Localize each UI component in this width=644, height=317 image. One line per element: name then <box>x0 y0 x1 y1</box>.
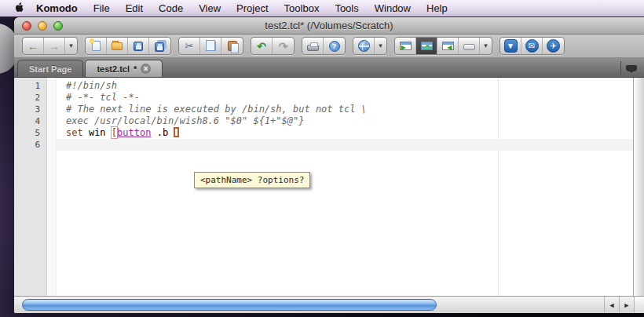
nav-group: ← → ▾ <box>22 37 78 55</box>
line-number: 6 <box>14 139 46 151</box>
tab-start-page[interactable]: Start Page <box>17 60 83 77</box>
bottom-pane-icon: ▼ <box>421 42 433 50</box>
line-number: 5 <box>14 127 46 139</box>
redo-button[interactable]: ↷ <box>273 38 294 54</box>
toggle-bottom-pane-button[interactable]: ▼ <box>416 38 437 54</box>
menu-item-komodo[interactable]: Komodo <box>28 0 86 17</box>
code-line-3: # The next line is executed by /bin/sh, … <box>57 104 633 115</box>
code-line-1: #!/bin/sh <box>57 80 633 92</box>
vertical-scrollbar[interactable] <box>633 78 644 296</box>
title-bar[interactable]: test2.tcl* (/Volumes/Scratch) <box>14 17 644 35</box>
keyword-set: set <box>66 127 83 138</box>
caret-line-highlight <box>57 139 633 151</box>
tab-label: test2.tcl <box>97 64 130 74</box>
menu-item-window[interactable]: Window <box>367 0 419 17</box>
horizontal-scrollbar-thumb[interactable] <box>22 299 437 311</box>
line-number-gutter: 1 2 3 4 5 6 <box>14 78 47 296</box>
copy-button[interactable] <box>200 38 221 54</box>
ui-mode-dropdown-button[interactable]: ▾ <box>480 38 492 54</box>
tab-test2-tcl[interactable]: test2.tcl * × <box>85 60 163 77</box>
tab-close-button[interactable]: × <box>141 64 151 74</box>
flag-glyph: ▼ <box>507 42 514 50</box>
menu-item-code[interactable]: Code <box>151 0 191 17</box>
scissors-icon: ✂ <box>185 41 194 51</box>
back-icon: ← <box>27 41 38 52</box>
mail-tool-icon: ✉ <box>525 39 539 53</box>
globe-icon <box>358 40 370 52</box>
new-file-icon <box>92 41 101 51</box>
editor-area[interactable]: 1 2 3 4 5 6 #!/bin/sh # -*- tcl -*- # Th… <box>14 78 644 296</box>
menu-bar: Komodo File Edit Code View Project Toolb… <box>0 0 644 17</box>
command-hyperlink-button[interactable]: button <box>117 127 151 138</box>
ui-mode-button[interactable] <box>459 38 480 54</box>
code-line-2: # -*- tcl -*- <box>57 92 633 104</box>
pane-arrow: ◀ <box>447 45 452 51</box>
line-number: 2 <box>14 92 46 104</box>
menu-item-tools[interactable]: Tools <box>327 0 366 17</box>
pane-arrow: ▶ <box>401 45 406 51</box>
forward-button[interactable]: → <box>44 38 65 54</box>
ui-mode-icon <box>463 44 475 50</box>
apple-menu[interactable] <box>9 2 28 16</box>
scroll-left-button[interactable]: ◄ <box>605 297 620 313</box>
komodo-tool-1-button[interactable]: ▼ <box>500 38 521 54</box>
komodo-tool-3-button[interactable]: ✈ <box>543 38 564 54</box>
tab-label: Start Page <box>29 64 71 74</box>
komodo-tool-2-button[interactable]: ✉ <box>521 38 543 54</box>
help-button[interactable]: ? <box>324 38 345 54</box>
plane-glyph: ✈ <box>550 42 556 50</box>
menu-item-help[interactable]: Help <box>419 0 456 17</box>
menu-item-file[interactable]: File <box>86 0 118 17</box>
scrollbar-corner <box>635 297 644 313</box>
preview-group: ▾ <box>353 37 387 55</box>
toolbar: ← → ▾ ✂ ↶ ↷ ? ▾ ▶ <box>14 35 644 58</box>
scrollbar-arrow-group: ◄ ► <box>604 297 635 313</box>
undo-group: ↶ ↷ <box>251 37 295 55</box>
toggle-right-pane-button[interactable]: ◀ <box>437 38 459 54</box>
tab-modified-indicator: * <box>134 64 137 74</box>
flag-tool-icon: ▼ <box>504 39 518 53</box>
chevron-down-icon: ▾ <box>69 42 73 49</box>
chevron-down-icon: ▾ <box>484 42 488 49</box>
paste-button[interactable] <box>221 38 243 54</box>
identifier-win: win <box>89 127 106 138</box>
print-help-group: ? <box>302 37 346 55</box>
left-pane-icon: ▶ <box>400 42 412 50</box>
plane-tool-icon: ✈ <box>547 39 560 53</box>
undo-button[interactable]: ↶ <box>251 38 273 54</box>
space <box>83 127 89 138</box>
horizontal-scrollbar[interactable]: ◄ ► <box>14 296 644 313</box>
tab-bar: Start Page test2.tcl * × <box>14 58 644 78</box>
forward-icon: → <box>49 41 60 52</box>
menu-item-project[interactable]: Project <box>229 0 276 17</box>
preview-dropdown-button[interactable]: ▾ <box>375 38 386 54</box>
argument-text: .b <box>151 127 174 138</box>
menu-item-view[interactable]: View <box>191 0 229 17</box>
menu-item-toolbox[interactable]: Toolbox <box>276 0 327 17</box>
history-dropdown-button[interactable]: ▾ <box>65 38 77 54</box>
save-button[interactable] <box>128 38 149 54</box>
line-number: 4 <box>14 115 46 127</box>
menu-item-edit[interactable]: Edit <box>118 0 151 17</box>
right-pane-icon: ◀ <box>442 42 454 50</box>
code-pane[interactable]: #!/bin/sh # -*- tcl -*- # The next line … <box>57 78 633 296</box>
back-button[interactable]: ← <box>23 38 44 54</box>
komodo-tools-group: ▼ ✉ ✈ <box>499 37 565 55</box>
pane-group: ▶ ▼ ◀ ▾ <box>394 37 492 55</box>
save-all-button[interactable] <box>149 38 170 54</box>
preview-in-browser-button[interactable] <box>353 38 375 54</box>
calltip-popup: <pathName> ?options? <box>194 172 310 188</box>
text-caret <box>174 127 179 137</box>
cut-button[interactable]: ✂ <box>179 38 200 54</box>
open-button[interactable] <box>107 38 128 54</box>
tab-list-dropdown-button[interactable] <box>620 61 641 75</box>
undo-icon: ↶ <box>257 41 266 52</box>
window-title: test2.tcl* (/Volumes/Scratch) <box>14 20 644 31</box>
toggle-left-pane-button[interactable]: ▶ <box>395 38 416 54</box>
new-file-button[interactable] <box>86 38 107 54</box>
print-button[interactable] <box>302 38 324 54</box>
mail-glyph: ✉ <box>529 42 535 50</box>
file-group <box>85 37 171 55</box>
chevron-down-icon: ▾ <box>379 42 382 49</box>
scroll-right-button[interactable]: ► <box>620 297 635 313</box>
